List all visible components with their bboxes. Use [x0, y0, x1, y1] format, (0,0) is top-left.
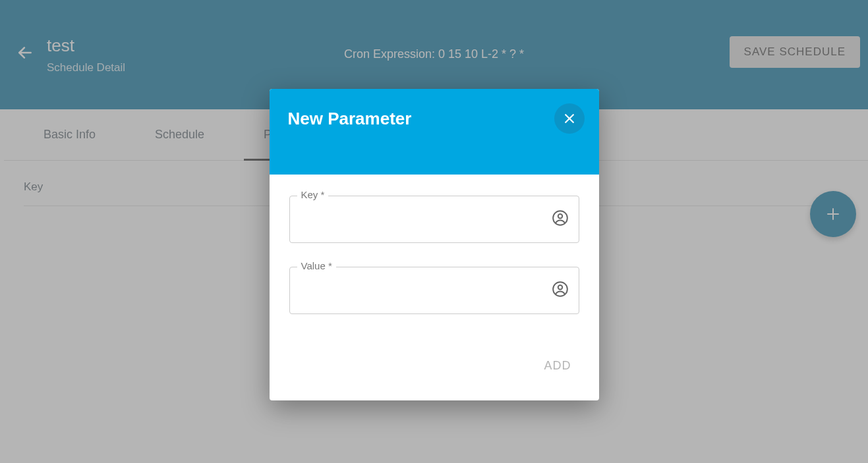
value-field-label: Value * — [297, 260, 336, 271]
key-field-label: Key * — [297, 189, 329, 200]
add-button[interactable]: ADD — [536, 352, 579, 379]
dialog-body: Key * Value * — [270, 175, 599, 344]
close-dialog-button[interactable] — [554, 103, 585, 134]
key-input[interactable] — [289, 196, 579, 243]
dialog-title: New Parameter — [288, 109, 581, 129]
value-input[interactable] — [289, 267, 579, 314]
dialog-footer: ADD — [270, 344, 599, 400]
key-field-wrapper: Key * — [289, 196, 579, 243]
modal-overlay[interactable]: New Parameter Key * Value * ADD — [0, 0, 868, 463]
new-parameter-dialog: New Parameter Key * Value * ADD — [270, 89, 599, 400]
person-icon — [552, 281, 569, 300]
svg-point-6 — [558, 214, 562, 219]
svg-point-8 — [558, 285, 562, 290]
close-icon — [563, 112, 576, 125]
value-field-wrapper: Value * — [289, 267, 579, 314]
person-icon — [552, 209, 569, 229]
dialog-header: New Parameter — [270, 89, 599, 175]
